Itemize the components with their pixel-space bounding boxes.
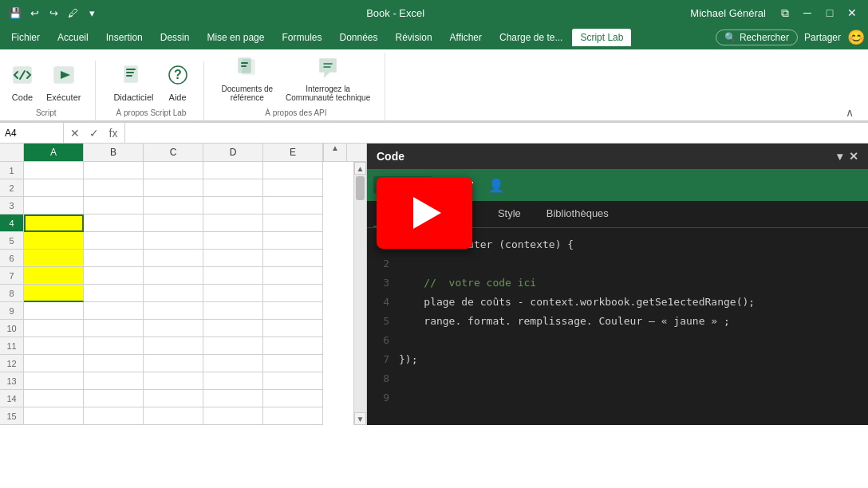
panel-close-button[interactable]: ✕ (849, 150, 858, 163)
cell-e4[interactable] (263, 214, 323, 232)
cell-b14[interactable] (84, 390, 144, 407)
cell-a1[interactable] (24, 162, 84, 179)
youtube-play-overlay[interactable] (377, 177, 472, 249)
undo-button[interactable]: ↩ (26, 4, 43, 22)
vertical-scrollbar[interactable]: ▲ ▼ (353, 162, 366, 425)
cell-a10[interactable] (24, 320, 84, 337)
cell-e14[interactable] (263, 390, 323, 407)
cell-d9[interactable] (203, 302, 263, 320)
col-header-b[interactable]: B (84, 144, 144, 161)
minimize-button[interactable]: ─ (798, 3, 817, 22)
cell-e15[interactable] (263, 407, 323, 425)
formula-input[interactable] (125, 128, 868, 139)
menu-donnees[interactable]: Données (331, 29, 385, 46)
cell-d8[interactable] (203, 285, 263, 302)
menu-afficher[interactable]: Afficher (442, 29, 490, 46)
cell-b7[interactable] (84, 267, 144, 285)
cell-b13[interactable] (84, 372, 144, 390)
ribbon-btn-executer[interactable]: Exécuter (41, 61, 85, 105)
menu-script-lab[interactable]: Script Lab (572, 29, 631, 46)
cell-a11[interactable] (24, 337, 84, 355)
cell-b6[interactable] (84, 250, 144, 267)
menu-accueil[interactable]: Accueil (49, 29, 97, 46)
col-header-d[interactable]: D (203, 144, 263, 161)
cell-a4[interactable] (24, 214, 84, 232)
scroll-track[interactable] (354, 175, 366, 412)
cell-c10[interactable] (144, 320, 203, 337)
cell-b9[interactable] (84, 302, 144, 320)
tab-bibliotheques[interactable]: Bibliothèques (534, 201, 621, 227)
search-button[interactable]: 🔍 Rechercher (716, 30, 798, 45)
share-snippet-button[interactable]: 👤 (485, 175, 507, 196)
cell-e1[interactable] (263, 162, 323, 179)
cell-a9[interactable] (24, 302, 84, 320)
menu-charge[interactable]: Charge de te... (491, 29, 570, 46)
ribbon-btn-code[interactable]: Code (6, 61, 38, 105)
share-button[interactable]: Partager (804, 32, 841, 43)
cell-b1[interactable] (84, 162, 144, 179)
menu-revision[interactable]: Révision (388, 29, 440, 46)
cell-d2[interactable] (203, 179, 263, 197)
cell-c3[interactable] (144, 197, 203, 214)
cell-c11[interactable] (144, 337, 203, 355)
cell-a6[interactable] (24, 250, 84, 267)
tab-style[interactable]: Style (485, 201, 534, 227)
redo-button[interactable]: ↪ (45, 4, 62, 22)
cell-a15[interactable] (24, 407, 84, 425)
col-header-e[interactable]: E (263, 144, 323, 161)
cell-c12[interactable] (144, 355, 203, 372)
cell-a8[interactable] (24, 285, 84, 302)
cell-d13[interactable] (203, 372, 263, 390)
cell-c1[interactable] (144, 162, 203, 179)
cell-d15[interactable] (203, 407, 263, 425)
cell-b2[interactable] (84, 179, 144, 197)
menu-dessin[interactable]: Dessin (152, 29, 198, 46)
cell-d5[interactable] (203, 232, 263, 250)
cell-b3[interactable] (84, 197, 144, 214)
menu-mise-en-page[interactable]: Mise en page (199, 29, 272, 46)
cell-d1[interactable] (203, 162, 263, 179)
cell-reference[interactable]: A4 (0, 123, 64, 143)
cell-e6[interactable] (263, 250, 323, 267)
panel-collapse-button[interactable]: ▾ (837, 150, 842, 163)
cell-a14[interactable] (24, 390, 84, 407)
cell-b4[interactable] (84, 214, 144, 232)
cell-a7[interactable] (24, 267, 84, 285)
cell-b11[interactable] (84, 337, 144, 355)
cell-c13[interactable] (144, 372, 203, 390)
cell-d10[interactable] (203, 320, 263, 337)
cell-d7[interactable] (203, 267, 263, 285)
cell-a5[interactable] (24, 232, 84, 250)
cell-a3[interactable] (24, 197, 84, 214)
menu-fichier[interactable]: Fichier (3, 29, 48, 46)
cell-e9[interactable] (263, 302, 323, 320)
restore-button[interactable]: ⧉ (775, 3, 795, 22)
cell-b15[interactable] (84, 407, 144, 425)
cell-a2[interactable] (24, 179, 84, 197)
cell-b10[interactable] (84, 320, 144, 337)
col-header-c[interactable]: C (144, 144, 203, 161)
cell-e10[interactable] (263, 320, 323, 337)
cell-b12[interactable] (84, 355, 144, 372)
cell-e13[interactable] (263, 372, 323, 390)
cell-c9[interactable] (144, 302, 203, 320)
cell-e11[interactable] (263, 337, 323, 355)
ribbon-btn-tutorial[interactable]: Didacticiel (108, 61, 158, 105)
cell-d12[interactable] (203, 355, 263, 372)
cell-d11[interactable] (203, 337, 263, 355)
customize-dropdown[interactable]: 🖊 (64, 4, 81, 22)
cell-e3[interactable] (263, 197, 323, 214)
cell-d4[interactable] (203, 214, 263, 232)
maximize-button[interactable]: □ (820, 3, 839, 22)
cell-c8[interactable] (144, 285, 203, 302)
ribbon-btn-docs[interactable]: Documents deréférence (217, 53, 278, 105)
col-header-a[interactable]: A (24, 144, 84, 161)
ribbon-btn-help[interactable]: ? Aide (162, 61, 194, 105)
menu-insertion[interactable]: Insertion (98, 29, 151, 46)
cell-e7[interactable] (263, 267, 323, 285)
cell-b5[interactable] (84, 232, 144, 250)
cell-e2[interactable] (263, 179, 323, 197)
cell-c2[interactable] (144, 179, 203, 197)
menu-formules[interactable]: Formules (274, 29, 329, 46)
function-button[interactable]: fx (105, 127, 121, 140)
